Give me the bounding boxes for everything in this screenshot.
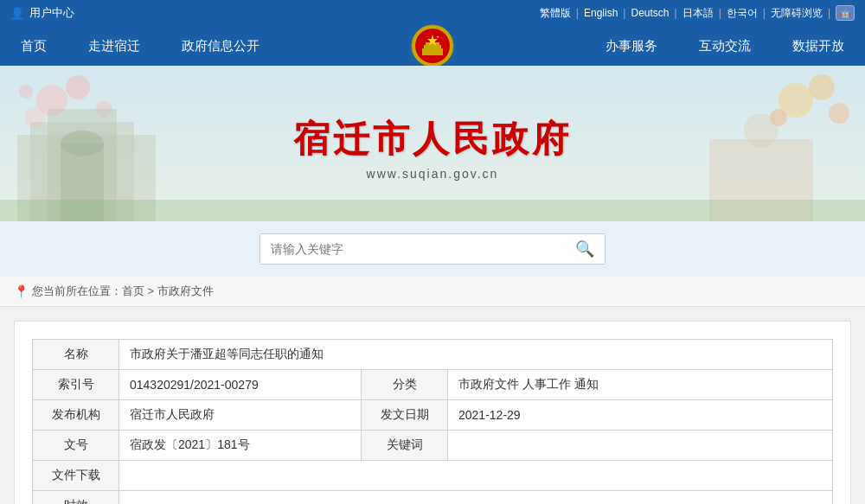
table-row: 时效 xyxy=(33,491,833,505)
lang-english[interactable]: English xyxy=(584,7,618,19)
label-cell: 名称 xyxy=(33,340,119,370)
label-cell: 发文日期 xyxy=(362,400,448,431)
divider-5: | xyxy=(763,7,766,19)
divider-1: | xyxy=(576,7,579,19)
lang-deutsch[interactable]: Deutsch xyxy=(631,7,669,19)
value-cell-docnum: 宿政发〔2021〕181号 xyxy=(119,431,362,461)
divider-4: | xyxy=(719,7,721,19)
nav-right: 办事服务 互动交流 数据开放 xyxy=(585,26,865,66)
value-cell-category: 市政府文件 人事工作 通知 xyxy=(448,370,833,400)
nav-item-info[interactable]: 政府信息公开 xyxy=(161,26,280,66)
location-icon: 📍 xyxy=(14,284,29,298)
nav-left: 首页 走进宿迁 政府信息公开 xyxy=(0,26,280,66)
label-cell: 文号 xyxy=(33,431,119,461)
svg-rect-3 xyxy=(422,48,443,55)
value-cell-date: 2021-12-29 xyxy=(448,400,833,431)
table-row: 索引号 014320291/2021-00279 分类 市政府文件 人事工作 通… xyxy=(33,370,833,400)
nav-item-home[interactable]: 首页 xyxy=(0,26,67,66)
label-cell: 文件下载 xyxy=(33,461,119,491)
label-cell: 发布机构 xyxy=(33,400,119,431)
table-row: 文件下载 xyxy=(33,461,833,491)
lang-traditional[interactable]: 繁體版 xyxy=(540,6,571,21)
banner-title-area: 宿迁市人民政府 www.suqian.gov.cn xyxy=(0,66,865,221)
nav-item-about[interactable]: 走进宿迁 xyxy=(67,26,161,66)
nav-item-interact[interactable]: 互动交流 xyxy=(678,26,772,66)
value-cell-validity xyxy=(119,491,833,505)
table-row: 名称 市政府关于潘亚超等同志任职的通知 xyxy=(33,340,833,370)
search-button[interactable]: 🔍 xyxy=(565,234,605,264)
value-cell-index: 014320291/2021-00279 xyxy=(119,370,362,400)
label-cell: 索引号 xyxy=(33,370,119,400)
value-cell-org: 宿迁市人民政府 xyxy=(119,400,362,431)
lang-japanese[interactable]: 日本語 xyxy=(682,6,714,21)
top-bar-right: 繁體版 | English | Deutsch | 日本語 | 한국어 | 无障… xyxy=(540,5,855,21)
top-bar-left: 👤 用户中心 xyxy=(10,5,74,21)
national-emblem xyxy=(411,24,454,67)
lang-korean[interactable]: 한국어 xyxy=(727,6,758,21)
breadcrumb-text: 您当前所在位置：首页 > 市政府文件 xyxy=(32,284,214,299)
breadcrumb-bar: 📍 您当前所在位置：首页 > 市政府文件 xyxy=(0,277,865,307)
nav-item-data[interactable]: 数据开放 xyxy=(772,26,865,66)
user-center-label[interactable]: 用户中心 xyxy=(29,5,74,21)
banner-title: 宿迁市人民政府 xyxy=(293,115,572,163)
table-row: 发布机构 宿迁市人民政府 发文日期 2021-12-29 xyxy=(33,400,833,431)
table-row: 文号 宿政发〔2021〕181号 关键词 xyxy=(33,431,833,461)
search-box: 🔍 xyxy=(260,233,606,265)
banner: 宿迁市人民政府 www.suqian.gov.cn xyxy=(0,66,865,221)
divider-2: | xyxy=(623,7,625,19)
divider-6: | xyxy=(828,7,830,19)
search-input[interactable] xyxy=(260,236,565,262)
label-cell: 时效 xyxy=(33,491,119,505)
main-content: 名称 市政府关于潘亚超等同志任职的通知 索引号 014320291/2021-0… xyxy=(14,321,851,504)
label-cell: 关键词 xyxy=(362,431,448,461)
banner-subtitle: www.suqian.gov.cn xyxy=(367,167,499,181)
nav-bar: 首页 走进宿迁 政府信息公开 办事服务 互动交流 数据开放 xyxy=(0,26,865,66)
top-bar: 👤 用户中心 繁體版 | English | Deutsch | 日本語 | 한… xyxy=(0,0,865,26)
info-table: 名称 市政府关于潘亚超等同志任职的通知 索引号 014320291/2021-0… xyxy=(32,339,833,504)
search-section: 🔍 xyxy=(0,221,865,277)
nav-item-service[interactable]: 办事服务 xyxy=(585,26,678,66)
label-cell: 分类 xyxy=(362,370,448,400)
value-cell-keywords xyxy=(448,431,833,461)
nav-center xyxy=(394,24,471,67)
robot-icon[interactable]: 🤖 xyxy=(836,5,855,21)
value-cell-name: 市政府关于潘亚超等同志任职的通知 xyxy=(119,340,833,370)
value-cell-download xyxy=(119,461,833,491)
user-icon: 👤 xyxy=(10,7,24,20)
lang-accessible[interactable]: 无障碍浏览 xyxy=(771,6,823,21)
divider-3: | xyxy=(675,7,677,19)
